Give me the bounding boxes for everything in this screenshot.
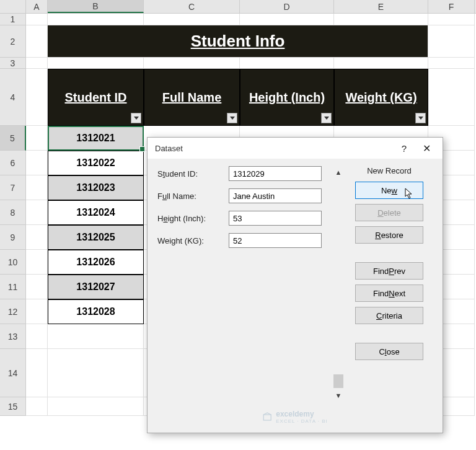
row-header-9[interactable]: 9: [0, 225, 26, 250]
row-header-7[interactable]: 7: [0, 175, 26, 200]
watermark-icon: [262, 412, 272, 422]
svg-rect-0: [263, 415, 271, 420]
row-header-3[interactable]: 3: [0, 58, 26, 69]
record-status: New Record: [367, 166, 412, 175]
filter-dropdown-icon[interactable]: [227, 113, 237, 123]
cell-b5[interactable]: 1312021: [48, 126, 144, 151]
weight-label: Weight (KG):: [157, 236, 229, 245]
height-input[interactable]: [229, 211, 322, 226]
help-button[interactable]: ?: [393, 139, 415, 157]
col-header-c[interactable]: C: [144, 0, 240, 13]
row-header-6[interactable]: 6: [0, 151, 26, 175]
row-header-10[interactable]: 10: [0, 250, 26, 275]
close-form-button[interactable]: Close: [355, 343, 423, 360]
header-label: Full Name: [162, 90, 222, 105]
find-next-button[interactable]: Find Next: [355, 285, 423, 302]
row-header-2[interactable]: 2: [0, 25, 26, 58]
dialog-titlebar[interactable]: Dataset ? ✕: [148, 138, 443, 159]
row-header-15[interactable]: 15: [0, 397, 26, 416]
table-header-full-name: Full Name: [144, 69, 240, 126]
column-headers: A B C D E F: [0, 0, 476, 14]
row-header-8[interactable]: 8: [0, 200, 26, 225]
record-scrollbar[interactable]: ▲ ▼: [333, 166, 344, 414]
filter-dropdown-icon[interactable]: [415, 113, 426, 123]
header-label: Height (Inch): [249, 90, 325, 105]
student-id-input[interactable]: [229, 166, 322, 181]
page-title: Student Info: [48, 25, 428, 58]
row-header-14[interactable]: 14: [0, 349, 26, 397]
watermark-logo: exceldemy EXCEL · DATA · BI: [262, 410, 328, 424]
find-prev-button[interactable]: Find Prev: [355, 262, 423, 280]
weight-input[interactable]: [229, 233, 322, 248]
col-header-e[interactable]: E: [334, 0, 428, 13]
row-header-12[interactable]: 12: [0, 299, 26, 324]
scroll-up-icon[interactable]: ▲: [335, 169, 342, 176]
header-label: Weight (KG): [345, 90, 416, 105]
height-label: Height (Inch):: [157, 214, 229, 223]
cell-b12[interactable]: 1312028: [48, 299, 144, 324]
student-id-label: Student ID:: [157, 169, 229, 179]
cell-b11[interactable]: 1312027: [48, 275, 144, 299]
col-header-f[interactable]: F: [428, 0, 475, 13]
cell-b9[interactable]: 1312025: [48, 225, 144, 250]
dialog-title: Dataset: [155, 144, 393, 153]
dialog-buttons: New Record New Delete Restore Find Prev …: [349, 166, 430, 414]
scroll-down-icon[interactable]: ▼: [335, 392, 342, 399]
scroll-thumb[interactable]: [333, 374, 343, 388]
new-button[interactable]: New: [355, 182, 423, 199]
full-name-input[interactable]: [229, 188, 322, 203]
row-header-5[interactable]: 5: [0, 126, 26, 151]
table-header-weight: Weight (KG): [334, 69, 428, 126]
form-fields: Student ID: Full Name: Height (Inch): We…: [157, 166, 328, 414]
cell-b8[interactable]: 1312024: [48, 200, 144, 225]
restore-button[interactable]: Restore: [355, 226, 423, 244]
header-label: Student ID: [65, 90, 127, 105]
table-header-student-id: Student ID: [48, 69, 144, 126]
row-header-11[interactable]: 11: [0, 275, 26, 299]
cell-b7[interactable]: 1312023: [48, 175, 144, 200]
data-form-dialog: Dataset ? ✕ Student ID: Full Name: Heigh…: [147, 137, 443, 433]
filter-dropdown-icon[interactable]: [131, 113, 141, 123]
cell-b10[interactable]: 1312026: [48, 250, 144, 275]
full-name-label: Full Name:: [157, 192, 229, 201]
row-header-13[interactable]: 13: [0, 324, 26, 349]
close-button[interactable]: ✕: [415, 139, 438, 157]
table-header-height: Height (Inch): [240, 69, 334, 126]
col-header-a[interactable]: A: [26, 0, 48, 13]
delete-button: Delete: [355, 204, 423, 221]
row-header-1[interactable]: 1: [0, 14, 26, 25]
col-header-b[interactable]: B: [48, 0, 144, 13]
cursor-pointer-icon: [405, 188, 415, 200]
row-header-4[interactable]: 4: [0, 69, 26, 126]
cell-b6[interactable]: 1312022: [48, 151, 144, 175]
col-header-d[interactable]: D: [240, 0, 334, 13]
criteria-button[interactable]: Criteria: [355, 307, 423, 324]
select-all-corner[interactable]: [0, 0, 26, 13]
filter-dropdown-icon[interactable]: [321, 113, 332, 123]
